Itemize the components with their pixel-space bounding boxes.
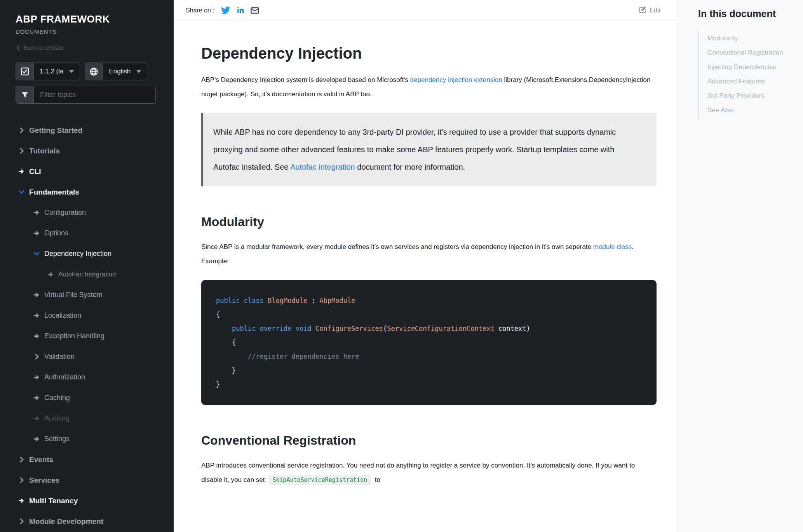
sidebar-item-label: Multi Tenancy (29, 497, 78, 505)
linkedin-share-icon[interactable]: in (237, 6, 244, 14)
sidebar-item-settings[interactable]: Settings (16, 429, 174, 449)
sidebar-item-localization[interactable]: Localization (16, 305, 174, 326)
page-title: Dependency Injection (201, 45, 657, 62)
sidebar-item-label: Auditing (44, 414, 70, 422)
chevron-right-icon (18, 456, 25, 463)
sidebar-item-label: Module Development (29, 517, 103, 526)
text-run: ABP's Dependency Injection system is dev… (201, 76, 410, 83)
text-run: document for more information. (355, 163, 465, 171)
version-select[interactable]: 1.1.2 (la (16, 63, 80, 80)
sidebar-item-label: Localization (44, 311, 81, 320)
edit-link[interactable]: Edit (639, 6, 660, 15)
sidebar-item-fundamentals[interactable]: Fundamentals (16, 182, 174, 202)
sidebar-item-options[interactable]: Options (16, 223, 174, 243)
checkbox-icon (16, 63, 34, 80)
sidebar-item-dependency-injection[interactable]: Dependency Injection (16, 243, 174, 264)
code-line: { (216, 336, 649, 349)
toc-item-conventional-registration[interactable]: Conventional Registration (707, 45, 803, 60)
topbar: Share on : in Edit (174, 0, 676, 21)
sidebar-item-label: Options (44, 229, 68, 237)
sidebar-item-getting-started[interactable]: Getting Started (16, 120, 174, 141)
twitter-share-icon[interactable] (221, 7, 230, 14)
sidebar-item-label: Getting Started (29, 126, 82, 135)
arrow-icon (18, 168, 25, 175)
caret-down-icon (136, 70, 141, 73)
sidebar-item-autofac-integration[interactable]: AutoFac Integration (16, 264, 174, 285)
back-to-website-link[interactable]: Back to website (16, 44, 174, 51)
conventional-registration-heading: Conventional Registration (201, 433, 657, 448)
chevron-down-icon (18, 189, 25, 195)
toc-item-see-also[interactable]: See Also (707, 103, 803, 117)
arrow-icon (33, 374, 40, 381)
sidebar-item-label: Configuration (44, 209, 86, 217)
sidebar-nav: Getting StartedTutorialsCLIFundamentalsC… (16, 120, 174, 532)
inline-code-chip: SkipAutoServiceRegistration (268, 475, 371, 485)
text-run: ABP introduces conventional service regi… (201, 462, 635, 483)
sidebar-item-caching[interactable]: Caching (16, 388, 174, 408)
arrow-icon (18, 497, 25, 504)
toc-item-3rd-party-providers[interactable]: 3rd-Party Providers (707, 89, 803, 103)
sidebar-item-virtual-file-system[interactable]: Virtual File System (16, 285, 174, 305)
sidebar-item-label: Services (29, 476, 59, 485)
sidebar-item-label: Dependency Injection (44, 250, 111, 258)
inline-link[interactable]: dependency injection extension (410, 76, 502, 83)
chevron-right-icon (18, 127, 25, 134)
toc-list: ModularityConventional RegistrationInjec… (698, 30, 803, 120)
sidebar-item-label: Validation (44, 353, 75, 361)
filter-funnel-icon (16, 86, 34, 103)
sidebar-item-auditing[interactable]: Auditing (16, 408, 174, 429)
code-block: public class BlogModule : AbpModule{ pub… (201, 280, 657, 405)
app-title: ABP FRAMEWORK (16, 13, 174, 25)
chevron-down-icon (33, 250, 40, 257)
arrow-icon (33, 209, 40, 216)
intro-paragraph: ABP's Dependency Injection system is dev… (201, 73, 657, 101)
back-to-website-label: Back to website (23, 44, 64, 51)
sidebar-item-label: Virtual File System (44, 291, 103, 299)
email-share-icon[interactable] (251, 7, 259, 14)
toc-item-advanced-features[interactable]: Advanced Features (707, 74, 803, 89)
in-this-document-panel: In this document ModularityConventional … (676, 0, 803, 532)
modularity-heading: Modularity (201, 215, 657, 229)
arrow-icon (33, 292, 40, 298)
sidebar-item-tutorials[interactable]: Tutorials (16, 141, 174, 161)
code-line: //register dependencies here (216, 349, 649, 363)
chevron-right-icon (33, 353, 40, 360)
arrow-icon (33, 395, 40, 401)
sidebar-item-label: Fundamentals (29, 188, 79, 196)
sidebar-item-validation[interactable]: Validation (16, 346, 174, 367)
sidebar-controls: 1.1.2 (la English (16, 63, 174, 80)
version-select-value: 1.1.2 (la (40, 68, 63, 75)
language-select[interactable]: English (85, 63, 147, 80)
sidebar-item-authorization[interactable]: Authorization (16, 367, 174, 388)
sidebar-item-label: Authorization (44, 373, 85, 381)
caret-down-icon (69, 70, 74, 73)
toc-item-modularity[interactable]: Modularity (707, 31, 803, 45)
toc-item-injecting-dependencies[interactable]: Injecting Dependencies (707, 60, 803, 74)
modularity-paragraph: Since ABP is a modular framework, every … (201, 240, 657, 268)
sidebar-item-cli[interactable]: CLI (16, 161, 174, 182)
text-run: to (373, 476, 380, 483)
sidebar-item-services[interactable]: Services (16, 470, 174, 490)
sidebar-item-label: Settings (44, 435, 70, 443)
code-line: public class BlogModule : AbpModule (216, 294, 649, 308)
sidebar-item-exception-handling[interactable]: Exception Handling (16, 326, 174, 346)
chevron-right-icon (18, 148, 25, 154)
chevron-left-icon (16, 45, 21, 50)
article: Dependency Injection ABP's Dependency In… (174, 21, 676, 487)
arrow-icon (33, 230, 40, 236)
sidebar: ABP FRAMEWORK DOCUMENTS Back to website … (0, 0, 174, 532)
sidebar-item-label: Events (29, 456, 53, 464)
toc-title: In this document (698, 8, 803, 19)
text-run: Since ABP is a modular framework, every … (201, 243, 593, 250)
inline-link[interactable]: module class (593, 243, 632, 250)
sidebar-item-events[interactable]: Events (16, 449, 174, 470)
inline-link[interactable]: Autofac integration (290, 163, 355, 171)
arrow-icon (47, 271, 54, 278)
sidebar-item-module-development[interactable]: Module Development (16, 511, 174, 532)
sidebar-item-label: Exception Handling (44, 332, 105, 340)
sidebar-item-configuration[interactable]: Configuration (16, 202, 174, 223)
sidebar-item-multi-tenancy[interactable]: Multi Tenancy (16, 490, 174, 511)
filter-topics-input[interactable] (34, 86, 155, 103)
edit-pencil-icon (639, 6, 646, 15)
app-subtitle: DOCUMENTS (16, 28, 174, 35)
